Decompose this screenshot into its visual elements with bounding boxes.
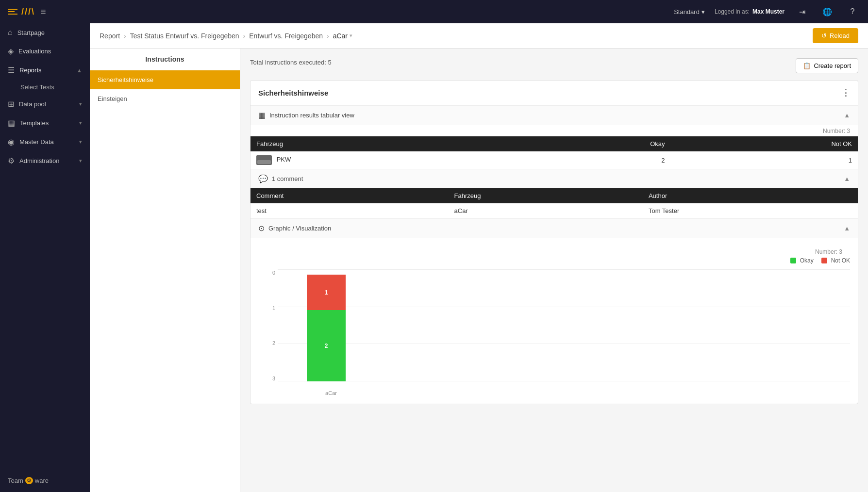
chart-area: Number: 3 Okay Not OK — [250, 238, 858, 404]
sidebar-item-label: Administration — [19, 157, 59, 164]
okay-dot — [790, 258, 796, 263]
col-comment: Comment — [250, 188, 449, 203]
x-axis: aCar — [278, 390, 850, 396]
comment-icon: 💬 — [258, 174, 268, 183]
subsection-graphic-header[interactable]: ⊙ Graphic / Visualization ▲ — [250, 219, 858, 238]
y-label-0: 0 — [258, 270, 275, 276]
not-ok-value: 1 — [671, 151, 858, 169]
help-icon[interactable]: ? — [845, 4, 860, 19]
master-data-icon: ◉ — [8, 137, 15, 147]
footer-logo: Team ⚙ ware — [8, 477, 49, 484]
menu-toggle-icon[interactable]: ≡ — [41, 7, 46, 17]
col-author: Author — [643, 188, 858, 203]
sidebar-footer: Team ⚙ ware — [0, 469, 90, 492]
subsection-comments-header[interactable]: 💬 1 comment ▲ — [250, 169, 858, 188]
chart-legend: Okay Not OK — [258, 257, 850, 264]
instruction-item-einsteigen[interactable]: Einsteigen — [90, 89, 240, 108]
section-header: Sicherheitshinweise ⋮ — [250, 81, 858, 105]
vehicle-thumbnail — [256, 155, 272, 165]
stacked-bar-acar: 1 2 — [307, 275, 346, 381]
report-panel: Total instructions executed: 5 📋 Create … — [240, 49, 868, 492]
sidebar-item-master-data[interactable]: ◉ Master Data ▾ — [0, 132, 90, 151]
footer-logo-circle: ⚙ — [25, 477, 33, 484]
sidebar-subitem-select-tests[interactable]: Select Tests — [0, 80, 90, 95]
table-row: PKW 2 1 — [250, 151, 858, 169]
topbar: ///\ ≡ Standard ▾ Logged in as: Max Must… — [0, 0, 868, 23]
breadcrumb-test-status[interactable]: Test Status Entwurf vs. Freigegeben — [130, 32, 239, 40]
sidebar-item-label: Templates — [20, 119, 49, 127]
collapse-comments-icon: ▲ — [844, 175, 850, 182]
standard-dropdown[interactable]: Standard ▾ — [674, 8, 705, 16]
okay-value: 2 — [518, 151, 670, 169]
comments-table: Comment Fahrzeug Author test aCar Tom Te… — [250, 188, 858, 218]
breadcrumb: Report › Test Status Entwurf vs. Freigeg… — [90, 23, 868, 49]
legend-not-ok: Not OK — [821, 257, 850, 264]
footer-brand-label: ware — [35, 477, 49, 484]
sidebar-item-startpage[interactable]: ⌂ Startpage — [0, 23, 90, 42]
subsection-graphic: ⊙ Graphic / Visualization ▲ Number: 3 — [250, 218, 858, 404]
comment-text: test — [250, 203, 449, 218]
total-instructions-text: Total instructions executed: 5 — [250, 59, 332, 66]
sidebar-item-label: Evaluations — [18, 48, 51, 55]
subsection-graphic-left: ⊙ Graphic / Visualization — [258, 224, 331, 233]
breadcrumb-acar-label: aCar — [333, 32, 348, 40]
sidebar-item-administration[interactable]: ⚙ Administration ▾ — [0, 151, 90, 170]
x-label-acar: aCar — [312, 390, 351, 396]
breadcrumb-report[interactable]: Report — [100, 32, 120, 40]
y-axis: 3 2 1 0 — [258, 270, 275, 381]
instruction-label-1: Sicherheitshinweise — [98, 76, 153, 83]
app-logo: ///\ — [8, 7, 35, 17]
create-report-label: Create report — [814, 62, 851, 69]
col-fahrzeug2: Fahrzeug — [449, 188, 643, 203]
sep3: › — [327, 32, 329, 40]
create-report-icon: 📋 — [803, 62, 811, 69]
instructions-header: Instructions — [90, 49, 240, 70]
instructions-panel: Instructions Sicherheitshinweise Einstei… — [90, 49, 240, 492]
okay-legend-label: Okay — [800, 257, 814, 264]
subsection-tabular-header[interactable]: ▦ Instruction results tabular view ▲ — [250, 106, 858, 125]
y-label-2: 2 — [258, 340, 275, 346]
subsection-tabular-left: ▦ Instruction results tabular view — [258, 111, 354, 120]
vehicle-cell: PKW — [250, 151, 518, 169]
kebab-menu-icon[interactable]: ⋮ — [841, 87, 850, 98]
chevron-down-icon2: ▾ — [79, 120, 82, 126]
globe-icon[interactable]: 🌐 — [819, 4, 835, 19]
topbar-right: Standard ▾ Logged in as: Max Muster ⇥ 🌐 … — [674, 4, 860, 19]
content-area: Report › Test Status Entwurf vs. Freigeg… — [90, 23, 868, 492]
main-layout: ⌂ Startpage ◈ Evaluations ☰ Reports ▲ Se… — [0, 23, 868, 492]
col-okay: Okay — [518, 136, 670, 151]
breadcrumb-entwurf[interactable]: Entwurf vs. Freigegeben — [249, 32, 323, 40]
split-layout: Instructions Sicherheitshinweise Einstei… — [90, 49, 868, 492]
not-ok-legend-label: Not OK — [831, 257, 850, 264]
sidebar-item-templates[interactable]: ▦ Templates ▾ — [0, 114, 90, 132]
vehicle-name: PKW — [277, 156, 291, 163]
logout-icon[interactable]: ⇥ — [794, 4, 810, 19]
not-ok-bar-value: 1 — [325, 289, 328, 296]
chevron-down-icon4: ▾ — [79, 158, 82, 164]
data-pool-icon: ⊞ — [8, 99, 14, 109]
not-ok-dot — [821, 258, 827, 263]
sidebar: ⌂ Startpage ◈ Evaluations ☰ Reports ▲ Se… — [0, 23, 90, 492]
comment-row: test aCar Tom Tester — [250, 203, 858, 218]
sidebar-item-reports[interactable]: ☰ Reports ▲ — [0, 61, 90, 80]
collapse-icon: ▲ — [844, 112, 850, 119]
subsection-comments-left: 💬 1 comment — [258, 174, 303, 183]
create-report-button[interactable]: 📋 Create report — [796, 58, 858, 73]
subsection-comments: 💬 1 comment ▲ Comment Fahrzeug Author — [250, 169, 858, 218]
sidebar-subitem-label: Select Tests — [20, 83, 54, 91]
instruction-item-sicherheitshinweise[interactable]: Sicherheitshinweise — [90, 70, 240, 89]
administration-icon: ⚙ — [8, 156, 15, 165]
comment-fahrzeug: aCar — [449, 203, 643, 218]
chevron-up-icon: ▲ — [77, 67, 82, 73]
instruction-label-2: Einsteigen — [98, 95, 127, 102]
chart-bars: 1 2 — [278, 270, 850, 381]
chart-icon: ⊙ — [258, 224, 265, 233]
breadcrumb-acar-dropdown[interactable]: aCar ▾ — [333, 32, 352, 40]
sidebar-item-data-pool[interactable]: ⊞ Data pool ▾ — [0, 95, 90, 114]
section-card-sicherheitshinweise: Sicherheitshinweise ⋮ ▦ Instruction resu… — [250, 80, 858, 404]
col-fahrzeug: Fahrzeug — [250, 136, 518, 151]
okay-bar-value: 2 — [325, 343, 328, 349]
reload-button[interactable]: ↺ Reload — [813, 28, 858, 43]
sidebar-item-evaluations[interactable]: ◈ Evaluations — [0, 42, 90, 61]
chevron-down-icon: ▾ — [701, 8, 705, 16]
